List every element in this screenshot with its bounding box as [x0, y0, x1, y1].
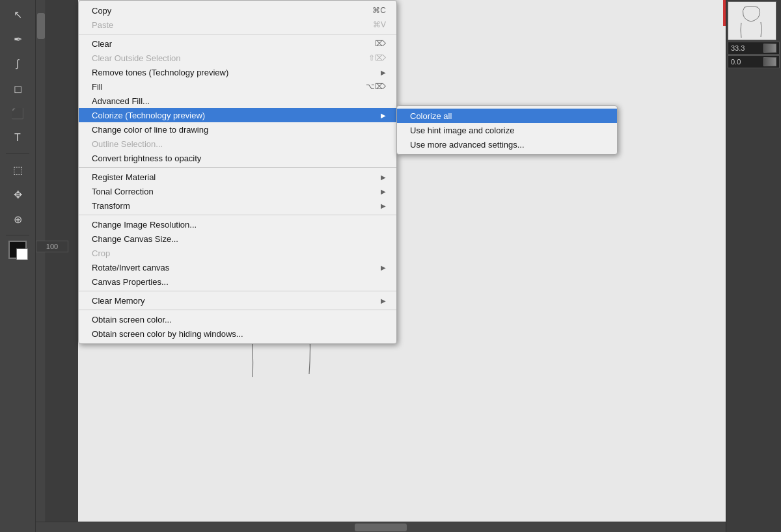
y-coord-value: 0.0: [731, 58, 741, 66]
menu-item-fill[interactable]: Fill ⌥⌦: [79, 79, 396, 94]
menu-item-clear-outside-label: Clear Outside Selection: [92, 53, 181, 63]
menu-item-change-canvas-size-label: Change Canvas Size...: [92, 234, 178, 244]
menu-item-crop-label: Crop: [92, 248, 110, 258]
menu-item-obtain-screen-color-hiding[interactable]: Obtain screen color by hiding windows...: [79, 326, 396, 341]
separator-3: [79, 215, 396, 215]
context-menu: Copy ⌘C Paste ⌘V Clear ⌦ Clear Outside S…: [78, 0, 397, 344]
register-material-arrow: ▶: [381, 174, 386, 181]
menu-item-colorize-label: Colorize (Technology preview): [92, 111, 205, 120]
colorize-submenu: Colorize all Use hint image and colorize…: [396, 105, 618, 155]
eraser-tool[interactable]: ◻: [5, 77, 31, 100]
menu-item-transform[interactable]: Transform ▶: [79, 198, 396, 213]
tonal-correction-arrow: ▶: [381, 188, 386, 195]
x-coord-slider[interactable]: [763, 44, 776, 53]
submenu-use-hint-image-label: Use hint image and colorize: [410, 126, 514, 135]
separator-4: [79, 291, 396, 291]
menu-item-rotate-invert[interactable]: Rotate/Invert canvas ▶: [79, 260, 396, 274]
menu-item-clear-shortcut: ⌦: [375, 39, 386, 48]
menu-item-change-color-line-label: Change color of line to drawing: [92, 125, 208, 135]
menu-item-change-image-resolution[interactable]: Change Image Resolution...: [79, 217, 396, 232]
menu-item-convert-brightness[interactable]: Convert brightness to opacity: [79, 151, 396, 165]
pen-tool[interactable]: ✒: [5, 27, 31, 51]
left-toolbar: ↖ ✒ ∫ ◻ ⬛ T ⬚ ✥ ⊕: [0, 0, 36, 532]
fill-tool[interactable]: ⬛: [5, 101, 31, 125]
transform-arrow: ▶: [381, 202, 386, 209]
submenu-colorize-all[interactable]: Colorize all: [397, 109, 617, 123]
zoom-tool[interactable]: ⊕: [5, 207, 31, 231]
menu-item-convert-brightness-label: Convert brightness to opacity: [92, 153, 201, 163]
brush-tool[interactable]: ∫: [5, 52, 31, 75]
menu-item-clear[interactable]: Clear ⌦: [79, 36, 396, 51]
menu-item-outline-selection[interactable]: Outline Selection...: [79, 137, 396, 151]
y-coord-slider[interactable]: [763, 57, 776, 66]
menu-item-fill-shortcut: ⌥⌦: [366, 82, 386, 91]
menu-item-clear-outside-shortcut: ⇧⌦: [368, 53, 386, 62]
menu-item-rotate-invert-label: Rotate/Invert canvas: [92, 263, 169, 273]
separator-5: [79, 310, 396, 310]
menu-item-obtain-screen-color-hiding-label: Obtain screen color by hiding windows...: [92, 329, 243, 339]
canvas-thumbnail[interactable]: [728, 1, 776, 40]
menu-item-fill-label: Fill: [92, 82, 103, 92]
menu-item-canvas-properties[interactable]: Canvas Properties...: [79, 274, 396, 289]
menu-item-transform-label: Transform: [92, 201, 130, 211]
menu-item-advanced-fill-label: Advanced Fill...: [92, 96, 150, 106]
menu-item-paste-label: Paste: [92, 20, 113, 30]
menu-item-change-color-line[interactable]: Change color of line to drawing: [79, 122, 396, 137]
cursor-tool[interactable]: ↖: [5, 3, 31, 26]
remove-tones-arrow: ▶: [381, 69, 386, 76]
menu-item-clear-label: Clear: [92, 39, 112, 49]
scale-value: 100: [46, 243, 58, 250]
scale-indicator: 100: [36, 241, 68, 252]
clear-memory-arrow: ▶: [381, 297, 386, 304]
menu-item-remove-tones[interactable]: Remove tones (Technology preview) ▶: [79, 65, 396, 79]
colorize-arrow: ▶: [381, 112, 386, 119]
menu-item-obtain-screen-color[interactable]: Obtain screen color...: [79, 312, 396, 326]
text-tool[interactable]: T: [5, 126, 31, 150]
menu-item-copy-label: Copy: [92, 6, 111, 16]
select-tool[interactable]: ⬚: [5, 158, 31, 181]
menu-item-clear-memory-label: Clear Memory: [92, 296, 145, 306]
menu-item-paste[interactable]: Paste ⌘V: [79, 18, 396, 32]
menu-item-crop[interactable]: Crop: [79, 246, 396, 260]
menu-item-colorize[interactable]: Colorize (Technology preview) ▶ Colorize…: [79, 108, 396, 122]
bottom-scrollbar[interactable]: [36, 522, 726, 532]
move-tool[interactable]: ✥: [5, 183, 31, 206]
menu-item-change-image-resolution-label: Change Image Resolution...: [92, 220, 197, 230]
menu-item-copy-shortcut: ⌘C: [372, 6, 386, 15]
menu-item-register-material[interactable]: Register Material ▶: [79, 170, 396, 184]
menu-item-register-material-label: Register Material: [92, 172, 156, 182]
menu-item-outline-selection-label: Outline Selection...: [92, 139, 163, 149]
menu-item-canvas-properties-label: Canvas Properties...: [92, 277, 169, 287]
menu-item-tonal-correction-label: Tonal Correction: [92, 187, 154, 196]
menu-item-advanced-fill[interactable]: Advanced Fill...: [79, 94, 396, 108]
menu-item-change-canvas-size[interactable]: Change Canvas Size...: [79, 232, 396, 246]
y-coord-box: 0.0: [728, 55, 780, 68]
rotate-invert-arrow: ▶: [381, 264, 386, 271]
separator-1: [79, 34, 396, 34]
scroll-handle[interactable]: [37, 13, 45, 39]
submenu-use-hint-image[interactable]: Use hint image and colorize: [397, 123, 617, 137]
menu-item-clear-memory[interactable]: Clear Memory ▶: [79, 293, 396, 308]
menu-item-obtain-screen-color-label: Obtain screen color...: [92, 315, 172, 325]
x-coord-box: 33.3: [728, 42, 780, 55]
menu-item-paste-shortcut: ⌘V: [373, 20, 386, 29]
menu-item-clear-outside[interactable]: Clear Outside Selection ⇧⌦: [79, 51, 396, 65]
submenu-advanced-settings-label: Use more advanced settings...: [410, 140, 525, 150]
x-coord-value: 33.3: [731, 44, 745, 52]
submenu-colorize-all-label: Colorize all: [410, 111, 452, 121]
submenu-advanced-settings[interactable]: Use more advanced settings...: [397, 137, 617, 152]
menu-item-copy[interactable]: Copy ⌘C: [79, 3, 396, 18]
left-scrollbar[interactable]: [36, 0, 46, 532]
separator-2: [79, 167, 396, 168]
right-panel: 33.3 0.0: [726, 0, 781, 532]
menu-item-tonal-correction[interactable]: Tonal Correction ▶: [79, 184, 396, 198]
menu-item-remove-tones-label: Remove tones (Technology preview): [92, 68, 228, 77]
